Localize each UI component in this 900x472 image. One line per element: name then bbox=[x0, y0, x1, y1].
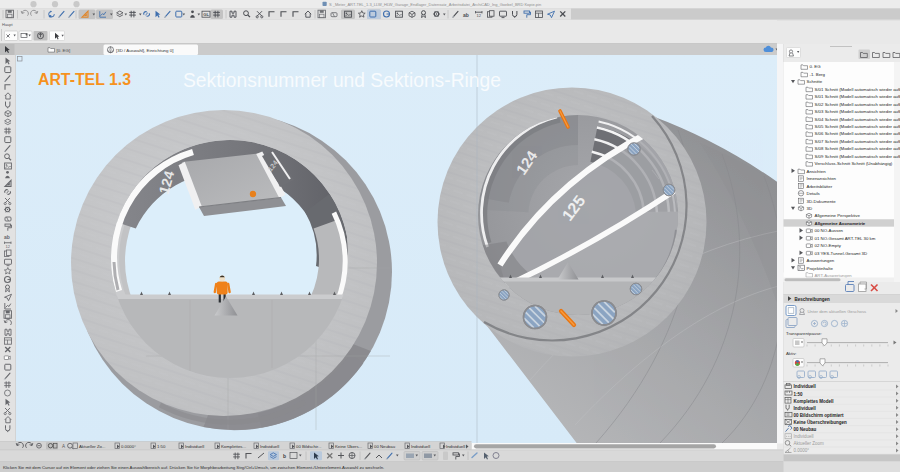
svg-text:Projektinhalte: Projektinhalte bbox=[807, 266, 834, 271]
svg-text:Individuell: Individuell bbox=[260, 444, 279, 449]
svg-text:Individuell: Individuell bbox=[446, 444, 465, 449]
svg-text:Unter dem aktuellen Geschoss: Unter dem aktuellen Geschoss bbox=[808, 309, 867, 314]
svg-text:Aktiv:: Aktiv: bbox=[786, 351, 797, 356]
svg-text:Sektionsnummer und Sektions-Ri: Sektionsnummer und Sektions-Ringe bbox=[183, 69, 501, 91]
svg-text:Individuell: Individuell bbox=[185, 444, 204, 449]
svg-text:0.0000°: 0.0000° bbox=[794, 448, 810, 453]
svg-text:S/06 Schnitt (Modell automatis: S/06 Schnitt (Modell automatisch wieder … bbox=[815, 131, 900, 136]
svg-text:Aktueller Zoom: Aktueller Zoom bbox=[794, 441, 825, 446]
svg-text:12: 12 bbox=[477, 13, 482, 18]
svg-text:02 NO-Empty: 02 NO-Empty bbox=[815, 243, 842, 248]
svg-text:Arbeitsblätter: Arbeitsblätter bbox=[807, 184, 833, 189]
svg-text:Komplettes Modell: Komplettes Modell bbox=[794, 399, 834, 404]
svg-text:[3D / Auswahl], Einrichtung 0]: [3D / Auswahl], Einrichtung 0] bbox=[116, 48, 173, 53]
svg-text:00 Bildschir...: 00 Bildschir... bbox=[296, 444, 322, 449]
svg-text:1:50: 1:50 bbox=[794, 392, 804, 397]
svg-text:ab: ab bbox=[4, 234, 10, 240]
svg-text:Auswertungen: Auswertungen bbox=[807, 258, 835, 263]
svg-text:00 Neubau: 00 Neubau bbox=[794, 427, 817, 432]
svg-text:S/01 Schnitt (Modell automatis: S/01 Schnitt (Modell automatisch wieder … bbox=[815, 94, 900, 99]
svg-text:[0. EG]: [0. EG] bbox=[57, 48, 71, 53]
svg-text:Verschluss-Schnitt Schnitt (Un: Verschluss-Schnitt Schnitt (Unabhängig) bbox=[815, 161, 893, 166]
svg-text:S/03 Schnitt (Modell automatis: S/03 Schnitt (Modell automatisch wieder … bbox=[815, 109, 900, 114]
svg-text:1:50: 1:50 bbox=[157, 444, 166, 449]
svg-text:b: b bbox=[283, 453, 286, 459]
svg-text:Ansichten: Ansichten bbox=[807, 169, 827, 174]
svg-text:00 NO-Aussen: 00 NO-Aussen bbox=[815, 228, 844, 233]
svg-text:Individuell: Individuell bbox=[794, 384, 816, 389]
svg-text:S/02 Schnitt (Modell automatis: S/02 Schnitt (Modell automatisch wieder … bbox=[815, 102, 900, 107]
svg-text:S/04 Schnitt (Modell automatis: S/04 Schnitt (Modell automatisch wieder … bbox=[815, 117, 900, 122]
svg-text:00 Bildschirm optimiert: 00 Bildschirm optimiert bbox=[794, 413, 845, 418]
svg-text:Transparentpause:: Transparentpause: bbox=[786, 331, 822, 336]
svg-text:3D-Dokumente: 3D-Dokumente bbox=[807, 199, 837, 204]
svg-text:Allgemeine Axonometrie: Allgemeine Axonometrie bbox=[815, 221, 866, 226]
svg-text:0. EG: 0. EG bbox=[810, 64, 822, 69]
svg-text:S/07 Schnitt (Modell automatis: S/07 Schnitt (Modell automatisch wieder … bbox=[815, 139, 900, 144]
svg-text:Aktueller Zo...: Aktueller Zo... bbox=[79, 444, 106, 449]
svg-text:Haupt: Haupt bbox=[2, 22, 14, 27]
svg-text:Keine Übers...: Keine Übers... bbox=[335, 444, 362, 449]
svg-text:3D: 3D bbox=[807, 206, 813, 211]
svg-text:12: 12 bbox=[6, 244, 11, 249]
svg-text:03 YES-Tunnel-Gesamt 3D: 03 YES-Tunnel-Gesamt 3D bbox=[815, 251, 868, 256]
svg-text:Allgemeine Perspektive: Allgemeine Perspektive bbox=[815, 213, 861, 218]
svg-text:S/01 Schnitt (Modell automatis: S/01 Schnitt (Modell automatisch wieder … bbox=[815, 87, 900, 92]
svg-text:Individuell: Individuell bbox=[411, 444, 430, 449]
svg-text:Individuell: Individuell bbox=[794, 406, 816, 411]
svg-text:S/08 Schnitt (Modell automatis: S/08 Schnitt (Modell automatisch wieder … bbox=[815, 146, 900, 151]
svg-text:S/09 Schnitt (Modell automatis: S/09 Schnitt (Modell automatisch wieder … bbox=[815, 154, 900, 159]
svg-text:00 Neubau: 00 Neubau bbox=[374, 444, 396, 449]
svg-text:Individuell: Individuell bbox=[794, 434, 814, 439]
svg-text:GL: GL bbox=[203, 12, 209, 17]
svg-text:Keine Überschreibungen: Keine Überschreibungen bbox=[794, 419, 848, 425]
svg-text:ART-Auswertungen: ART-Auswertungen bbox=[815, 273, 853, 278]
svg-text:Innenansichten: Innenansichten bbox=[807, 176, 837, 181]
svg-text:0.0000°: 0.0000° bbox=[121, 444, 136, 449]
svg-text:ART-TEL 1.3: ART-TEL 1.3 bbox=[38, 71, 131, 88]
svg-text:Details: Details bbox=[807, 191, 821, 196]
svg-text:ab: ab bbox=[463, 12, 469, 18]
svg-text:S _Meter_ART-TEL_1.3_LLW_HLW_G: S _Meter_ART-TEL_1.3_LLW_HLW_Garage_Endl… bbox=[329, 2, 541, 7]
svg-text:Komplettes...: Komplettes... bbox=[221, 444, 246, 449]
svg-text:Schnitte: Schnitte bbox=[807, 79, 823, 84]
svg-text:Klicken Sie mit dem Cursor auf: Klicken Sie mit dem Cursor auf ein Eleme… bbox=[3, 465, 384, 470]
svg-text:-1. Berg: -1. Berg bbox=[810, 72, 826, 77]
svg-text:01 NO-Gesamt ART-TEL 30 km: 01 NO-Gesamt ART-TEL 30 km bbox=[815, 236, 876, 241]
svg-text:Beschreibungen: Beschreibungen bbox=[795, 297, 831, 302]
svg-text:S/05 Schnitt (Modell automatis: S/05 Schnitt (Modell automatisch wieder … bbox=[815, 124, 900, 129]
